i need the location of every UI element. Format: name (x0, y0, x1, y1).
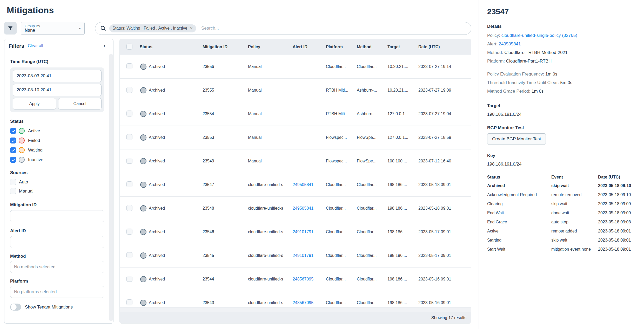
policy-cell: Manual (248, 112, 293, 116)
method-select[interactable] (10, 261, 104, 273)
alert-id-link[interactable]: 248567095 (293, 300, 313, 305)
checkbox-waiting[interactable] (10, 147, 16, 153)
column-header-method[interactable]: Method (357, 45, 387, 49)
status-option-active[interactable]: Active (10, 126, 107, 136)
status-option-inactive[interactable]: Inactive (10, 155, 107, 164)
column-header-status[interactable]: Status (140, 45, 203, 49)
mitigation-id-input[interactable] (10, 210, 104, 222)
apply-button[interactable]: Apply (13, 98, 56, 109)
row-checkbox[interactable] (126, 87, 132, 93)
method-cell: FlowSpe... (357, 159, 387, 163)
status-heading: Status (10, 119, 107, 124)
policy-cell: Manual (248, 159, 293, 163)
create-bgp-monitor-test-button[interactable]: Create BGP Monitor Test (487, 133, 546, 145)
table-row[interactable]: Archived 23553 Manual Flowspec... FlowSp… (120, 126, 471, 149)
platform-heading: Platform (10, 279, 107, 284)
close-icon[interactable]: ✕ (190, 26, 193, 31)
row-checkbox[interactable] (126, 134, 132, 140)
target-cell: 198.186.... (387, 253, 418, 258)
time-range-end-input[interactable] (13, 84, 102, 96)
checkbox-active[interactable] (10, 128, 16, 134)
table-row[interactable]: Archived 23545 cloudflare-unified-s 2491… (120, 244, 471, 268)
key-value: 198.186.191.0/24 (487, 162, 639, 167)
column-header-mitigation-id[interactable]: Mitigation ID (203, 45, 248, 49)
source-option-manual[interactable]: Manual (10, 187, 107, 196)
status-option-failed[interactable]: Failed (10, 136, 107, 145)
history-column-status: Status (487, 175, 551, 180)
row-checkbox[interactable] (126, 63, 132, 69)
group-by-select[interactable]: Group By None ▾ (21, 22, 85, 35)
table-row[interactable]: Archived 23548 cloudflare-unified-s 2495… (120, 197, 471, 220)
method-cell: Ashburn-... (357, 112, 387, 116)
status-option-label: Active (28, 128, 40, 134)
row-checkbox[interactable] (126, 276, 132, 282)
status-circle-icon (140, 111, 146, 117)
column-header-target[interactable]: Target (387, 45, 418, 49)
select-all-checkbox[interactable] (126, 44, 132, 50)
checkbox-failed[interactable] (10, 138, 16, 143)
column-header-policy[interactable]: Policy (248, 45, 293, 49)
policy-cell: cloudflare-unified-s (248, 182, 293, 187)
alert-id-input[interactable] (10, 236, 104, 248)
alert-link[interactable]: 249505841 (499, 42, 521, 46)
table-footer: Showing 17 results (120, 312, 471, 323)
row-checkbox[interactable] (126, 158, 132, 164)
table-row[interactable]: Archived 23556 Manual Cloudflar... Cloud… (120, 55, 471, 79)
status-label: Archived (149, 112, 165, 116)
status-option-waiting[interactable]: Waiting (10, 145, 107, 155)
target-cell: 10.20.21.... (387, 64, 418, 69)
platform-cell: RTBH Miti... (326, 112, 357, 116)
alert-id-link[interactable]: 249505841 (293, 182, 313, 187)
table-horizontal-scrollbar[interactable] (120, 307, 471, 312)
filter-toggle-button[interactable] (4, 22, 17, 35)
alert-id-link[interactable]: 249505841 (293, 206, 313, 210)
history-row: Acknowledgment Required remote removed 2… (487, 192, 639, 198)
checkbox-manual[interactable] (10, 188, 16, 194)
column-header-alert-id[interactable]: Alert ID (293, 45, 326, 49)
table-row[interactable]: Archived 23547 cloudflare-unified-s 2495… (120, 173, 471, 197)
row-checkbox[interactable] (126, 229, 132, 235)
column-header-platform[interactable]: Platform (326, 45, 357, 49)
checkbox-inactive[interactable] (10, 157, 16, 163)
grace-period-value: 1m 0s (532, 89, 544, 94)
status-filter-chip[interactable]: Status: Waiting , Failed , Active , Inac… (109, 24, 196, 32)
alert-id-link[interactable]: 249101791 (293, 230, 313, 234)
search-bar[interactable]: Status: Waiting , Failed , Active , Inac… (95, 22, 471, 35)
collapse-panel-icon[interactable]: ‹ (104, 43, 105, 49)
method-cell: Cloudflar... (357, 64, 387, 69)
alert-id-link[interactable]: 249101791 (293, 253, 313, 258)
table-row[interactable]: Archived 23554 Manual RTBH Miti... Ashbu… (120, 102, 471, 126)
column-header-date[interactable]: Date (UTC) (418, 45, 471, 49)
time-range-start-input[interactable] (13, 70, 102, 82)
row-checkbox[interactable] (126, 299, 132, 305)
table-row[interactable]: Archived 23549 Manual Flowspec... FlowSp… (120, 149, 471, 173)
table-row[interactable]: Archived 23555 Manual RTBH Miti... Ashbu… (120, 79, 471, 102)
sidebar-scrollbar[interactable] (109, 54, 113, 321)
row-checkbox[interactable] (126, 252, 132, 258)
mitigation-id-cell: 23556 (203, 64, 248, 69)
cancel-button[interactable]: Cancel (58, 98, 102, 109)
platform-select[interactable] (10, 286, 104, 298)
table-row[interactable]: Archived 23544 cloudflare-unified-s 2485… (120, 268, 471, 291)
checkbox-auto[interactable] (10, 179, 16, 185)
date-cell: 2023-07-12 16:40 (418, 159, 471, 163)
table-row[interactable]: Archived 23546 cloudflare-unified-s 2491… (120, 220, 471, 244)
policy-link[interactable]: cloudflare-unified-single-policy (32765) (501, 33, 577, 38)
clear-all-link[interactable]: Clear all (28, 44, 43, 48)
platform-cell: Flowspec... (326, 159, 357, 163)
status-label: Archived (149, 135, 165, 140)
row-checkbox[interactable] (126, 205, 132, 211)
policy-cell: cloudflare-unified-s (248, 300, 293, 305)
source-option-auto[interactable]: Auto (10, 177, 107, 187)
status-circle-icon (140, 300, 146, 306)
key-heading: Key (487, 153, 639, 158)
row-checkbox[interactable] (126, 181, 132, 187)
tenant-mitigations-toggle[interactable] (10, 304, 21, 311)
search-input[interactable]: Search... (201, 26, 219, 31)
target-heading: Target (487, 103, 639, 108)
alert-id-link[interactable]: 248567095 (293, 277, 313, 281)
method-cell: Cloudflar... (357, 206, 387, 211)
chip-label: Status: Waiting , Failed , Active , Inac… (112, 26, 187, 31)
platform-label: Platform: (487, 59, 505, 64)
row-checkbox[interactable] (126, 111, 132, 116)
